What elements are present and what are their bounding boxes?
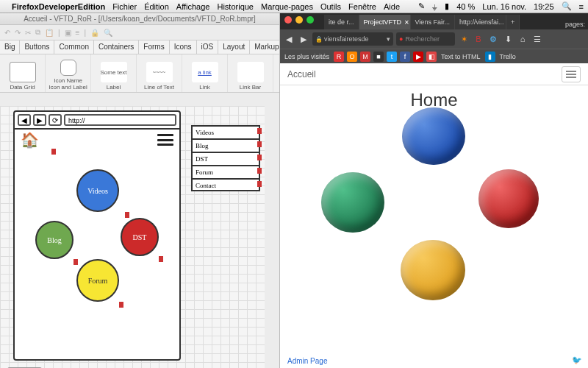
tab-buttons[interactable]: Buttons [20, 40, 54, 54]
dropdown-icon[interactable]: ▾ [387, 35, 390, 43]
sphere-red[interactable] [478, 169, 539, 228]
menu-item-dst[interactable]: DST [191, 152, 260, 165]
circle-videos[interactable]: Videos [76, 169, 119, 212]
bookmark-twitter-icon[interactable]: t [387, 52, 397, 62]
download-icon[interactable]: ⬇ [502, 33, 514, 45]
spotlight-icon[interactable]: 🔍 [562, 1, 572, 11]
bookmark-icon[interactable]: ■ [373, 52, 384, 62]
notifications-icon[interactable]: ≡ [579, 2, 584, 11]
back-button[interactable]: ◀ [283, 33, 295, 45]
undo-icon[interactable]: ↶ [4, 29, 10, 37]
widget-datagrid[interactable]: Data Grid [0, 54, 46, 92]
nav-toggle-button[interactable] [562, 66, 581, 82]
menu-item-blog[interactable]: Blog [191, 138, 260, 152]
twitter-icon[interactable]: 🐦 [572, 355, 582, 365]
menu-view[interactable]: Affichage [176, 2, 210, 11]
widget-line-of-text[interactable]: ~~~~Line of Text [137, 54, 182, 92]
nav-brand[interactable]: Accueil [287, 69, 316, 79]
scripts-icon[interactable]: ✎ [418, 1, 425, 11]
mockup-menu-list[interactable]: Videos Blog DST Forum Contact [191, 125, 260, 191]
home-icon[interactable]: 🏠 [21, 131, 39, 149]
date[interactable]: Lun. 16 nov. [482, 2, 526, 11]
tab-ios[interactable]: iOS [197, 40, 219, 54]
wifi-icon[interactable]: ⏚ [432, 2, 437, 11]
menu-bookmarks[interactable]: Marque-pages [261, 2, 313, 11]
menu-tools[interactable]: Outils [320, 2, 341, 11]
bookmark-icon[interactable]: R [334, 52, 344, 62]
menu-item-forum[interactable]: Forum [191, 165, 260, 178]
copy-icon[interactable]: ⧉ [35, 28, 40, 37]
mockup-canvas[interactable]: ◀ ▶ ⟳ http:// 🏠 Videos Blog DST Forum [0, 106, 265, 368]
bookmark-icon[interactable]: ◧ [426, 52, 437, 62]
mac-menubar[interactable]: FirefoxDeveloperEdition Fichier Édition … [0, 0, 588, 13]
new-tab-button[interactable]: + [506, 15, 520, 29]
cut-icon[interactable]: ✂ [25, 29, 31, 37]
bookmark-text-to-html[interactable]: Text to HTML [440, 53, 482, 60]
admin-link[interactable]: Admin Page [287, 357, 327, 365]
search-engine-icon[interactable]: ● [399, 35, 403, 43]
browser-tab[interactable]: Viens Fair... [411, 15, 455, 29]
menu-help[interactable]: Aide [384, 2, 400, 11]
close-tab-icon[interactable]: ✕ [404, 19, 409, 26]
url-bar[interactable]: 🔒viensfairetesde▾ [312, 32, 393, 46]
time[interactable]: 19:25 [534, 2, 554, 11]
browser-tab[interactable]: ite de r... [324, 15, 359, 29]
paste-icon[interactable]: 📋 [45, 29, 54, 37]
bookmark-most-visited[interactable]: Les plus visités [283, 53, 331, 60]
sphere-orange[interactable] [401, 240, 465, 300]
menu-item-videos[interactable]: Videos [191, 125, 260, 138]
menu-icon[interactable]: ☰ [531, 33, 543, 45]
close-window-button[interactable] [284, 16, 292, 24]
group-icon[interactable]: ▣ [65, 29, 71, 37]
bookmark-facebook-icon[interactable]: f [400, 52, 410, 62]
widget-linkbar[interactable]: Link Bar [228, 54, 273, 92]
firebug-icon[interactable]: ✶ [458, 33, 470, 45]
redo-icon[interactable]: ↷ [15, 29, 21, 37]
balsamiq-toolbar[interactable]: ↶ ↷ ✂ ⧉ 📋 | ▣ ≡ | 🔒 🔍 [0, 25, 279, 40]
menu-item-contact[interactable]: Contact [191, 178, 260, 191]
bookmark-icon[interactable]: O [347, 52, 357, 62]
browser-tab[interactable]: ProjectVFTD✕ [359, 15, 411, 29]
sphere-blue[interactable] [402, 107, 465, 165]
reload-button[interactable]: ⟳ [49, 114, 62, 126]
circle-blog[interactable]: Blog [35, 221, 74, 259]
tab-layout[interactable]: Layout [218, 40, 250, 54]
search-bar[interactable]: ●Rechercher [396, 32, 455, 46]
bookmark-b-icon[interactable]: B [473, 33, 484, 45]
lock-icon[interactable]: 🔒 [90, 29, 99, 37]
menu-history[interactable]: Historique [217, 2, 254, 11]
bookmark-gmail-icon[interactable]: M [360, 52, 370, 62]
bookmark-trello-icon[interactable]: ▮ [485, 52, 495, 62]
menu-edit[interactable]: Édition [144, 2, 169, 11]
tab-icons[interactable]: Icons [170, 40, 197, 54]
battery-icon[interactable]: ▮ [445, 1, 449, 11]
zoom-icon[interactable]: 🔍 [104, 29, 112, 37]
zoom-window-button[interactable] [306, 16, 314, 24]
bookmark-trello-label[interactable]: Trello [498, 53, 517, 60]
tab-big[interactable]: Big [0, 40, 20, 54]
bookmark-youtube-icon[interactable]: ▶ [413, 52, 423, 62]
forward-button[interactable]: ▶ [298, 33, 309, 45]
mockup-url-field[interactable]: http:// [64, 114, 176, 126]
widget-link[interactable]: a linkLink [182, 54, 228, 92]
align-icon[interactable]: ≡ [76, 29, 80, 37]
widget-icon-label[interactable]: Icon NameIcon and Label [46, 54, 91, 92]
home-icon[interactable]: ⌂ [517, 33, 528, 45]
menu-window[interactable]: Fenêtre [348, 2, 376, 11]
browser-tab[interactable]: http://viensfai... [455, 15, 506, 29]
forward-button[interactable]: ▶ [33, 114, 46, 126]
menu-file[interactable]: Fichier [112, 2, 137, 11]
circle-dst[interactable]: DST [121, 218, 159, 256]
sphere-green[interactable] [321, 172, 384, 233]
dev-edition-icon[interactable]: ⚙ [487, 33, 499, 45]
browser-mockup-frame[interactable]: ◀ ▶ ⟳ http:// 🏠 Videos Blog DST Forum [13, 110, 181, 361]
tab-containers[interactable]: Containers [94, 40, 139, 54]
back-button[interactable]: ◀ [18, 114, 31, 126]
tab-common[interactable]: Common [54, 40, 94, 54]
balsamiq-titlebar[interactable]: Accueil - VFTD_RoR - [/Users/koan_dev/Do… [0, 13, 279, 25]
circle-forum[interactable]: Forum [76, 259, 119, 302]
widget-label[interactable]: Some textLabel [91, 54, 137, 92]
minimize-window-button[interactable] [295, 16, 303, 24]
app-menu[interactable]: FirefoxDeveloperEdition [12, 2, 105, 11]
hamburger-icon[interactable] [157, 134, 173, 146]
